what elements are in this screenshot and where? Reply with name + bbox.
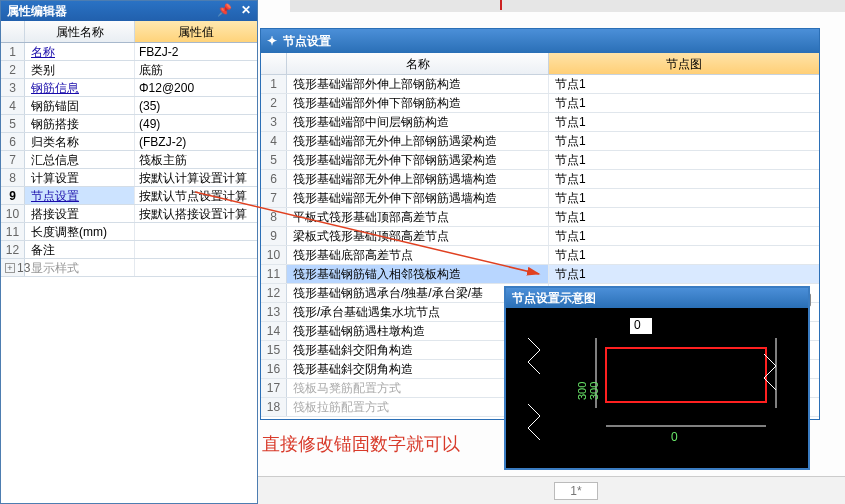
- node-title-icon: ✦: [267, 34, 277, 48]
- property-value[interactable]: 按默认搭接设置计算: [135, 205, 257, 222]
- row-number: 5: [1, 115, 25, 132]
- node-row[interactable]: 6筏形基础端部无外伸上部钢筋遇墙构造节点1: [261, 170, 819, 189]
- ruler-marker: [500, 0, 502, 10]
- diagram-label-v2: 300: [588, 382, 600, 400]
- property-body: 1名称FBZJ-22类别底筋3钢筋信息Φ12@2004钢筋锚固(35)5钢筋搭接…: [1, 43, 257, 277]
- property-name: 长度调整(mm): [25, 223, 135, 240]
- property-row[interactable]: 2类别底筋: [1, 61, 257, 79]
- property-value[interactable]: (35): [135, 97, 257, 114]
- svg-rect-0: [606, 348, 766, 402]
- property-value[interactable]: 按默认计算设置计算: [135, 169, 257, 186]
- node-name: 筏形基础端部无外伸上部钢筋遇梁构造: [287, 132, 549, 150]
- node-row[interactable]: 7筏形基础端部无外伸下部钢筋遇墙构造节点1: [261, 189, 819, 208]
- property-value[interactable]: [135, 223, 257, 240]
- row-number: 2: [1, 61, 25, 78]
- close-icon[interactable]: ✕: [239, 3, 253, 17]
- property-row[interactable]: +13显示样式: [1, 259, 257, 277]
- node-diagram-value[interactable]: 节点1: [549, 246, 819, 264]
- property-name[interactable]: 名称: [25, 43, 135, 60]
- property-value[interactable]: [135, 241, 257, 258]
- property-value[interactable]: 底筋: [135, 61, 257, 78]
- node-name: 筏形基础端部无外伸下部钢筋遇梁构造: [287, 151, 549, 169]
- property-name: 搭接设置: [25, 205, 135, 222]
- row-number: 9: [261, 227, 287, 245]
- node-name: 筏形基础端部中间层钢筋构造: [287, 113, 549, 131]
- property-value[interactable]: (49): [135, 115, 257, 132]
- node-row[interactable]: 8平板式筏形基础顶部高差节点节点1: [261, 208, 819, 227]
- node-col-diagram[interactable]: 节点图: [549, 53, 819, 74]
- node-name: 筏形基础端部外伸下部钢筋构造: [287, 94, 549, 112]
- node-row[interactable]: 2筏形基础端部外伸下部钢筋构造节点1: [261, 94, 819, 113]
- property-value[interactable]: [135, 259, 257, 276]
- row-number: 12: [261, 284, 287, 302]
- row-number: +13: [1, 259, 25, 276]
- node-diagram-value[interactable]: 节点1: [549, 132, 819, 150]
- property-value[interactable]: 按默认节点设置计算: [135, 187, 257, 204]
- property-name[interactable]: 节点设置: [25, 187, 135, 204]
- property-row[interactable]: 9节点设置按默认节点设置计算: [1, 187, 257, 205]
- row-number: 3: [261, 113, 287, 131]
- node-diagram-value[interactable]: 节点1: [549, 170, 819, 188]
- property-name[interactable]: 钢筋信息: [25, 79, 135, 96]
- property-editor-title: 属性编辑器: [7, 3, 67, 20]
- node-name: 筏形基础端部无外伸下部钢筋遇墙构造: [287, 189, 549, 207]
- row-number: 6: [1, 133, 25, 150]
- node-row[interactable]: 1筏形基础端部外伸上部钢筋构造节点1: [261, 75, 819, 94]
- row-number: 16: [261, 360, 287, 378]
- col-header-value[interactable]: 属性值: [135, 21, 257, 42]
- node-name: 梁板式筏形基础顶部高差节点: [287, 227, 549, 245]
- row-number: 11: [261, 265, 287, 283]
- node-row[interactable]: 10筏形基础底部高差节点节点1: [261, 246, 819, 265]
- node-columns: 名称 节点图: [261, 53, 819, 75]
- node-row[interactable]: 5筏形基础端部无外伸下部钢筋遇梁构造节点1: [261, 151, 819, 170]
- property-row[interactable]: 8计算设置按默认计算设置计算: [1, 169, 257, 187]
- node-settings-titlebar[interactable]: ✦ 节点设置: [261, 29, 819, 53]
- bottom-cell[interactable]: 1*: [554, 482, 598, 500]
- bottom-bar: 1*: [258, 476, 845, 504]
- diagram-preview-title[interactable]: 节点设置示意图: [506, 288, 808, 308]
- node-col-name[interactable]: 名称: [287, 53, 549, 74]
- node-row[interactable]: 3筏形基础端部中间层钢筋构造节点1: [261, 113, 819, 132]
- property-row[interactable]: 10搭接设置按默认搭接设置计算: [1, 205, 257, 223]
- node-diagram-value[interactable]: 节点1: [549, 227, 819, 245]
- property-row[interactable]: 4钢筋锚固(35): [1, 97, 257, 115]
- expand-icon[interactable]: +: [5, 263, 15, 273]
- node-row[interactable]: 11筏形基础钢筋锚入相邻筏板构造节点1: [261, 265, 819, 284]
- property-value[interactable]: Φ12@200: [135, 79, 257, 96]
- property-value[interactable]: 筏板主筋: [135, 151, 257, 168]
- node-diagram-value[interactable]: 节点1: [549, 208, 819, 226]
- property-row[interactable]: 12备注: [1, 241, 257, 259]
- diagram-canvas: 0 0 300 300: [506, 308, 808, 468]
- node-diagram-value[interactable]: 节点1: [549, 151, 819, 169]
- property-row[interactable]: 11长度调整(mm): [1, 223, 257, 241]
- node-settings-title: 节点设置: [283, 33, 331, 50]
- node-diagram-value[interactable]: 节点1: [549, 94, 819, 112]
- node-diagram-value[interactable]: 节点1: [549, 265, 819, 283]
- property-row[interactable]: 1名称FBZJ-2: [1, 43, 257, 61]
- node-diagram-value[interactable]: 节点1: [549, 75, 819, 93]
- row-number: 4: [1, 97, 25, 114]
- node-name: 平板式筏形基础顶部高差节点: [287, 208, 549, 226]
- property-editor-titlebar[interactable]: 属性编辑器 📌 ✕: [1, 1, 257, 21]
- row-number: 1: [261, 75, 287, 93]
- property-row[interactable]: 5钢筋搭接(49): [1, 115, 257, 133]
- node-row[interactable]: 4筏形基础端部无外伸上部钢筋遇梁构造节点1: [261, 132, 819, 151]
- row-number: 1: [1, 43, 25, 60]
- node-diagram-value[interactable]: 节点1: [549, 113, 819, 131]
- property-row[interactable]: 6归类名称(FBZJ-2): [1, 133, 257, 151]
- property-name: 备注: [25, 241, 135, 258]
- row-number: 12: [1, 241, 25, 258]
- row-number: 8: [261, 208, 287, 226]
- pin-icon[interactable]: 📌: [217, 3, 231, 17]
- row-number: 5: [261, 151, 287, 169]
- property-name: 归类名称: [25, 133, 135, 150]
- row-number: 13: [261, 303, 287, 321]
- property-value[interactable]: (FBZJ-2): [135, 133, 257, 150]
- property-row[interactable]: 7汇总信息筏板主筋: [1, 151, 257, 169]
- top-ruler: [290, 0, 845, 12]
- col-header-name[interactable]: 属性名称: [25, 21, 135, 42]
- property-value[interactable]: FBZJ-2: [135, 43, 257, 60]
- property-row[interactable]: 3钢筋信息Φ12@200: [1, 79, 257, 97]
- node-row[interactable]: 9梁板式筏形基础顶部高差节点节点1: [261, 227, 819, 246]
- node-diagram-value[interactable]: 节点1: [549, 189, 819, 207]
